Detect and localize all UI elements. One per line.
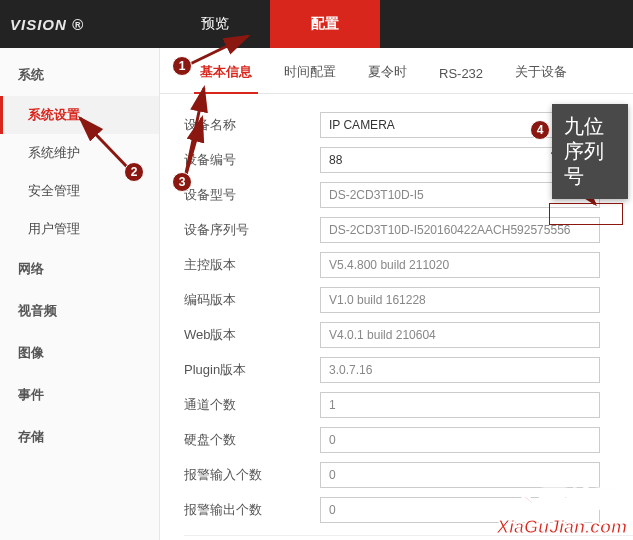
input-hdd-count [320,427,600,453]
row-device-serial: 设备序列号 [184,217,633,243]
side-group-system[interactable]: 系统 [0,54,159,96]
row-web-ver: Web版本 [184,322,633,348]
input-web-ver [320,322,600,348]
row-channel-count: 通道个数 [184,392,633,418]
input-device-serial [320,217,600,243]
row-device-name: 设备名称 [184,112,633,138]
input-plugin-ver [320,357,600,383]
label-alarm-in: 报警输入个数 [184,466,320,484]
row-hdd-count: 硬盘个数 [184,427,633,453]
label-device-name: 设备名称 [184,116,320,134]
sidebar-item-system-maintenance[interactable]: 系统维护 [0,134,159,172]
row-alarm-in: 报警输入个数 [184,462,633,488]
sidebar: 系统 系统设置 系统维护 安全管理 用户管理 网络 视音频 图像 事件 存储 [0,48,160,540]
label-web-ver: Web版本 [184,326,320,344]
input-alarm-in [320,462,600,488]
row-device-model: 设备型号 [184,182,633,208]
top-nav: 预览 配置 [160,0,633,48]
sidebar-item-system-settings[interactable]: 系统设置 [0,96,159,134]
brand-logo: VISION ® [0,0,160,48]
side-group-image[interactable]: 图像 [0,332,159,374]
side-group-av[interactable]: 视音频 [0,290,159,332]
label-device-number: 设备编号 [184,151,320,169]
nav-preview[interactable]: 预览 [160,0,270,48]
input-alarm-out [320,497,600,523]
top-bar: VISION ® 预览 配置 [0,0,633,48]
label-hdd-count: 硬盘个数 [184,431,320,449]
label-device-serial: 设备序列号 [184,221,320,239]
label-device-model: 设备型号 [184,186,320,204]
row-encoder: 编码版本 [184,287,633,313]
tab-about[interactable]: 关于设备 [499,51,583,93]
input-firmware [320,252,600,278]
input-device-number[interactable] [320,147,600,173]
row-alarm-out: 报警输出个数 [184,497,633,523]
tab-basic-info[interactable]: 基本信息 [184,51,268,93]
sidebar-item-security[interactable]: 安全管理 [0,172,159,210]
input-device-name[interactable] [320,112,600,138]
label-alarm-out: 报警输出个数 [184,501,320,519]
sidebar-item-user-mgmt[interactable]: 用户管理 [0,210,159,248]
label-encoder: 编码版本 [184,291,320,309]
label-plugin-ver: Plugin版本 [184,361,320,379]
row-device-number: 设备编号 [184,147,633,173]
label-channel-count: 通道个数 [184,396,320,414]
input-encoder [320,287,600,313]
label-firmware: 主控版本 [184,256,320,274]
tab-rs232[interactable]: RS-232 [423,54,499,93]
side-group-event[interactable]: 事件 [0,374,159,416]
row-plugin-ver: Plugin版本 [184,357,633,383]
tabs: 基本信息 时间配置 夏令时 RS-232 关于设备 [160,48,633,94]
content-area: 基本信息 时间配置 夏令时 RS-232 关于设备 设备名称 设备编号 设备型号… [160,48,633,540]
row-firmware: 主控版本 [184,252,633,278]
side-group-storage[interactable]: 存储 [0,416,159,458]
device-form: 设备名称 设备编号 设备型号 设备序列号 主控版本 编码版本 [160,94,633,540]
nav-config[interactable]: 配置 [270,0,380,48]
side-group-network[interactable]: 网络 [0,248,159,290]
tab-time[interactable]: 时间配置 [268,51,352,93]
input-device-model [320,182,600,208]
input-channel-count [320,392,600,418]
tab-dst[interactable]: 夏令时 [352,51,423,93]
